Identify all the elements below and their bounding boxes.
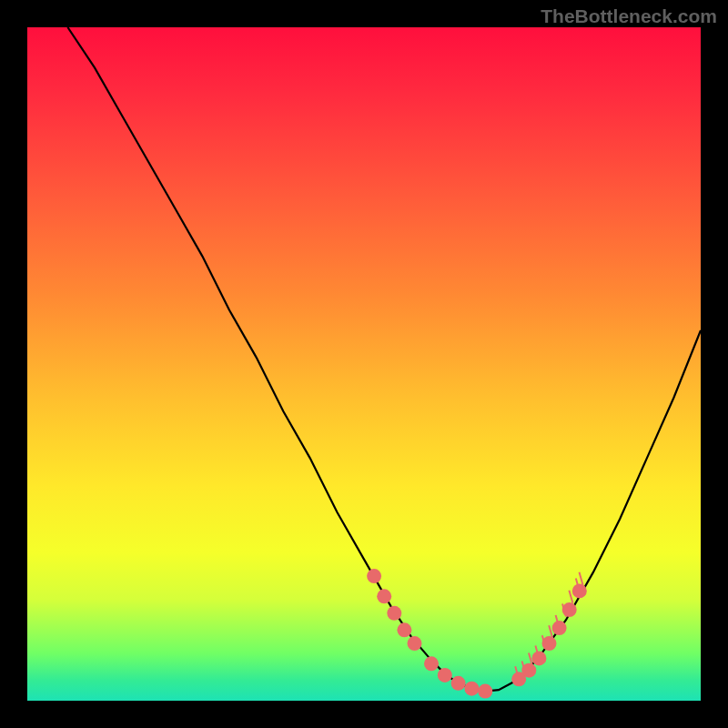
data-marker [478,684,492,699]
data-marker [438,668,452,682]
data-marker [531,651,546,665]
data-marker [572,583,587,598]
data-marker [397,622,411,637]
data-marker [464,682,479,696]
data-marker [451,676,466,691]
right-tick-group [515,572,582,680]
data-marker [562,602,577,617]
tick-mark [569,591,572,603]
tick-mark [580,572,583,585]
data-marker [367,569,381,583]
data-marker [424,656,439,671]
watermark-text: TheBottleneck.com [541,5,717,27]
data-marker [408,636,422,651]
data-marker [521,663,536,678]
left-marker-group [367,569,492,699]
data-marker [552,621,567,635]
tick-mark [549,625,552,638]
data-marker [387,606,401,621]
data-marker [377,589,391,603]
right-marker-group [511,583,587,686]
chart-overlay [27,27,701,701]
chart-frame: TheBottleneck.com [0,0,728,728]
data-marker [542,636,557,651]
